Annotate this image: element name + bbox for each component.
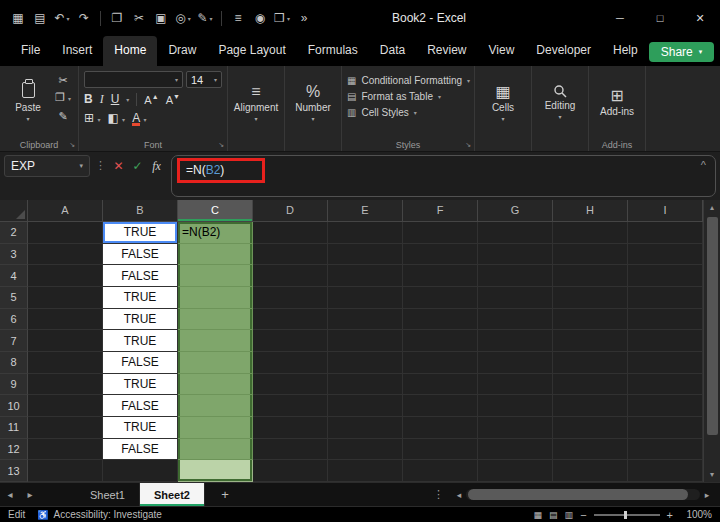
cell-C8[interactable] <box>178 352 253 374</box>
cell-C12[interactable] <box>178 439 253 461</box>
normal-view-button[interactable]: ▦ <box>534 510 543 520</box>
row-header-3[interactable]: 3 <box>0 244 28 266</box>
cell-E8[interactable] <box>328 352 403 374</box>
row-header-10[interactable]: 10 <box>0 395 28 417</box>
cell-C7[interactable] <box>178 330 253 352</box>
camera-icon[interactable]: ◉ <box>250 11 270 25</box>
add-sheet-button[interactable]: + <box>205 487 245 502</box>
cell-G7[interactable] <box>478 330 553 352</box>
cell-D13[interactable] <box>253 460 328 482</box>
ribbon-tab-insert[interactable]: Insert <box>51 36 103 66</box>
row-header-4[interactable]: 4 <box>0 265 28 287</box>
cell-G11[interactable] <box>478 417 553 439</box>
format-painter-button[interactable]: ✎ <box>53 110 73 123</box>
bold-button[interactable]: B <box>84 92 93 106</box>
zoom-slider[interactable] <box>594 514 660 516</box>
col-header-A[interactable]: A <box>28 200 103 222</box>
vertical-scrollbar[interactable]: ▴ ▾ <box>703 200 720 482</box>
cell-B13[interactable] <box>103 460 178 482</box>
cell-B2[interactable]: TRUE <box>103 222 178 244</box>
more-commands-icon[interactable]: » <box>294 11 314 25</box>
cell-D3[interactable] <box>253 244 328 266</box>
cell-F3[interactable] <box>403 244 478 266</box>
sheet-options-icon[interactable]: ⋮ <box>425 488 452 501</box>
cell-C11[interactable] <box>178 417 253 439</box>
dialog-launcher-icon[interactable]: ↘ <box>218 141 224 149</box>
page-layout-view-button[interactable]: ▤ <box>549 510 558 520</box>
cell-D2[interactable] <box>253 222 328 244</box>
ribbon-tab-developer[interactable]: Developer <box>525 36 602 66</box>
cell-G6[interactable] <box>478 309 553 331</box>
cell-B5[interactable]: TRUE <box>103 287 178 309</box>
insert-function-button[interactable]: fx <box>147 155 166 177</box>
cell-F8[interactable] <box>403 352 478 374</box>
ribbon-tab-formulas[interactable]: Formulas <box>297 36 369 66</box>
redo-icon[interactable]: ↷ <box>74 11 94 25</box>
zoom-slider-thumb[interactable] <box>624 511 627 519</box>
cell-E11[interactable] <box>328 417 403 439</box>
cell-G13[interactable] <box>478 460 553 482</box>
select-all-corner[interactable] <box>0 200 28 222</box>
cell-G12[interactable] <box>478 439 553 461</box>
cell-I5[interactable] <box>628 287 703 309</box>
cell-B6[interactable]: TRUE <box>103 309 178 331</box>
cell-E3[interactable] <box>328 244 403 266</box>
horizontal-scrollbar[interactable]: ◂ ▸ <box>452 489 714 500</box>
vertical-scroll-thumb[interactable] <box>707 217 718 435</box>
previous-sheet-icon[interactable]: ◂ <box>0 489 20 500</box>
cell-F10[interactable] <box>403 395 478 417</box>
cell-I6[interactable] <box>628 309 703 331</box>
format-painter-icon[interactable]: ✎▾ <box>195 11 215 25</box>
cell-D6[interactable] <box>253 309 328 331</box>
cell-G8[interactable] <box>478 352 553 374</box>
cell-D5[interactable] <box>253 287 328 309</box>
col-header-D[interactable]: D <box>253 200 328 222</box>
close-button[interactable]: ✕ <box>680 0 720 36</box>
ribbon-tab-review[interactable]: Review <box>416 36 477 66</box>
cell-C2[interactable]: =N(B2) <box>178 222 253 244</box>
cell-D7[interactable] <box>253 330 328 352</box>
underline-button[interactable]: U <box>111 92 120 106</box>
cell-G2[interactable] <box>478 222 553 244</box>
cell-A3[interactable] <box>28 244 103 266</box>
cell-I11[interactable] <box>628 417 703 439</box>
row-header-5[interactable]: 5 <box>0 287 28 309</box>
document-icon[interactable]: ≡ <box>228 11 248 25</box>
cell-H13[interactable] <box>553 460 628 482</box>
cancel-button[interactable]: ✕ <box>109 155 128 177</box>
cell-H6[interactable] <box>553 309 628 331</box>
cell-H5[interactable] <box>553 287 628 309</box>
cell-G3[interactable] <box>478 244 553 266</box>
col-header-F[interactable]: F <box>403 200 478 222</box>
cells-button[interactable]: ▦ Cells ▾ <box>480 71 526 137</box>
name-box[interactable]: EXP ▾ <box>4 155 90 177</box>
cell-I13[interactable] <box>628 460 703 482</box>
cell-F9[interactable] <box>403 374 478 396</box>
cell-E10[interactable] <box>328 395 403 417</box>
cell-E9[interactable] <box>328 374 403 396</box>
decrease-font-button[interactable]: A▼ <box>166 93 180 106</box>
cell-A5[interactable] <box>28 287 103 309</box>
cell-H3[interactable] <box>553 244 628 266</box>
ribbon-tab-view[interactable]: View <box>478 36 526 66</box>
cell-B12[interactable]: FALSE <box>103 439 178 461</box>
cell-C4[interactable] <box>178 265 253 287</box>
cell-F12[interactable] <box>403 439 478 461</box>
cell-I4[interactable] <box>628 265 703 287</box>
cell-H7[interactable] <box>553 330 628 352</box>
app-launcher-icon[interactable]: ▦ <box>8 11 28 25</box>
cell-A11[interactable] <box>28 417 103 439</box>
cell-A9[interactable] <box>28 374 103 396</box>
cell-F11[interactable] <box>403 417 478 439</box>
cell-D8[interactable] <box>253 352 328 374</box>
zoom-in-button[interactable]: + <box>667 509 673 521</box>
share-button[interactable]: Share ▾ <box>649 42 715 62</box>
font-color-button[interactable]: A ▾ <box>132 111 146 126</box>
styles-item-1[interactable]: ▦Conditional Formatting▾ <box>347 75 469 86</box>
copy-button[interactable]: ❐ ▾ <box>53 91 73 106</box>
row-header-12[interactable]: 12 <box>0 439 28 461</box>
row-header-6[interactable]: 6 <box>0 309 28 331</box>
row-header-7[interactable]: 7 <box>0 330 28 352</box>
next-sheet-icon[interactable]: ▸ <box>20 489 40 500</box>
cell-H9[interactable] <box>553 374 628 396</box>
